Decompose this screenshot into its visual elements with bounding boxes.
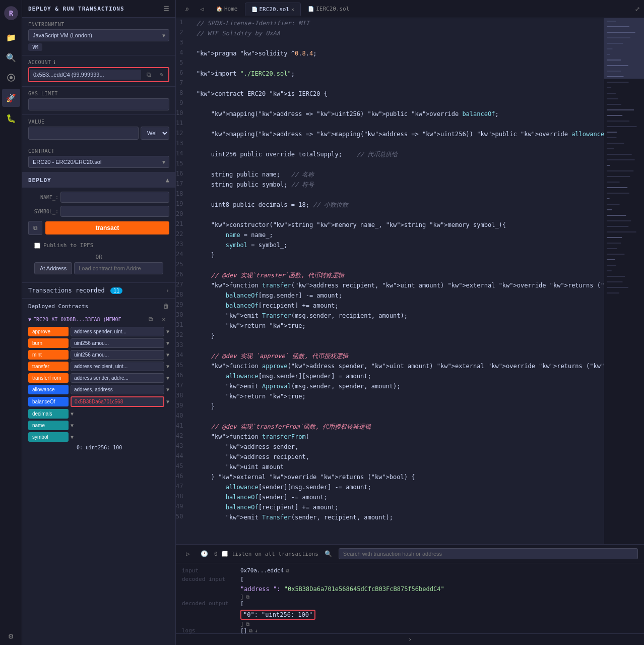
func-expand-icon[interactable]: ▼ <box>166 375 169 381</box>
contract-select[interactable]: ERC20 - ERC20/ERC20.sol <box>28 156 169 168</box>
func-button-name[interactable]: name <box>28 421 69 430</box>
value-input[interactable]: 0 <box>28 127 139 140</box>
func-expand-icon[interactable]: ▼ <box>166 364 169 369</box>
func-button-burn[interactable]: burn <box>28 338 69 348</box>
line-content: "kw">mapping("kw">address => "kw">mappin… <box>189 129 604 139</box>
func-button-allowance[interactable]: allowance <box>28 385 69 394</box>
func-expand-icon[interactable]: ▼ <box>166 387 169 392</box>
copy-decoded-output-icon[interactable]: ⧉ <box>246 621 249 627</box>
trash-icon[interactable]: 🗑 <box>163 303 169 310</box>
line-number: 50 <box>176 512 189 522</box>
tab-ierc20[interactable]: 📄 IERC20.sol <box>302 3 355 15</box>
copy-logs-icon[interactable]: ⧉ <box>249 628 252 634</box>
func-expand-icon[interactable]: ▼ <box>71 423 74 428</box>
line-number: 13 <box>176 139 189 149</box>
balance-output: 0: uint256: 100 <box>28 444 169 452</box>
line-number: 19 <box>176 200 189 210</box>
decoded-input-addr-key: "address ": <box>240 585 280 593</box>
func-button-approve[interactable]: approve <box>28 327 69 336</box>
deployed-label: Deployed Contracts <box>28 303 88 310</box>
func-param-input[interactable] <box>71 350 164 360</box>
deploy-header[interactable]: DEPLOY ▲ <box>22 172 175 188</box>
copy-decoded-input-icon[interactable]: ⧉ <box>246 594 249 600</box>
func-param-input[interactable] <box>71 327 164 336</box>
line-number: 10 <box>176 109 189 119</box>
sidebar-icon-source[interactable] <box>2 69 20 87</box>
code-line: 37 "kw">emit Approval(msg.sender, spende… <box>176 381 604 391</box>
bottom-search-input[interactable] <box>339 548 638 559</box>
func-expand-icon[interactable]: ▼ <box>71 411 74 417</box>
transact-button[interactable]: transact <box>45 221 169 234</box>
copy-input-icon[interactable]: ⧉ <box>286 568 289 574</box>
sidebar-icon-files[interactable]: 📁 <box>2 28 20 46</box>
gas-limit-input[interactable]: 3000000 <box>28 98 169 110</box>
decoded-input-close: ] ⧉ <box>182 594 638 600</box>
bottom-expand-handle[interactable]: › <box>176 633 644 645</box>
load-contract-input[interactable] <box>74 262 163 274</box>
func-button-symbol[interactable]: symbol <box>28 432 69 442</box>
code-line: 14 uint256 public override totalSupply; … <box>176 149 604 159</box>
code-line: 45 "kw">uint amount <box>176 462 604 472</box>
func-button-mint[interactable]: mint <box>28 350 69 360</box>
copy-account-button[interactable]: ⧉ <box>143 69 154 80</box>
code-line: 39 } <box>176 401 604 412</box>
line-content <box>189 210 604 220</box>
line-content <box>189 139 604 149</box>
func-param-input[interactable] <box>71 373 164 383</box>
bottom-expand-icon[interactable]: ▷ <box>182 548 194 560</box>
func-button-transferFrom[interactable]: transferFrom <box>28 373 69 383</box>
copy-contract-button[interactable]: ⧉ <box>145 314 156 325</box>
download-logs-icon[interactable]: ↓ <box>254 628 257 633</box>
bottom-search-icon[interactable]: 🔍 <box>323 548 335 560</box>
function-row: name ▼ <box>28 421 169 430</box>
code-line: 13 <box>176 139 604 149</box>
func-param-input[interactable] <box>71 385 164 394</box>
code-line: 25 <box>176 260 604 270</box>
edit-account-button[interactable]: ✎ <box>156 69 167 80</box>
at-address-button[interactable]: At Address <box>34 262 72 274</box>
bottom-clear-icon[interactable]: 🕐 <box>198 548 210 560</box>
func-expand-icon[interactable]: ▼ <box>71 434 74 440</box>
info-icon[interactable]: ℹ <box>53 60 55 65</box>
name-param-input[interactable]: "WTF" <box>60 192 169 203</box>
environment-select[interactable]: JavaScript VM (London) <box>28 29 169 41</box>
func-button-decimals[interactable]: decimals <box>28 409 69 419</box>
line-number: 24 <box>176 250 189 260</box>
external-link-icon[interactable]: ⤢ <box>635 6 640 13</box>
func-param-input[interactable] <box>71 362 164 371</box>
tab-home[interactable]: 🏠 Home <box>210 3 244 15</box>
func-expand-icon[interactable]: ▼ <box>166 340 169 346</box>
line-number: 23 <box>176 240 189 250</box>
publish-checkbox[interactable] <box>34 243 40 249</box>
tab-erc20[interactable]: 📄 ERC20.sol ✕ <box>245 3 301 16</box>
func-button-balanceOf[interactable]: balanceOf <box>28 397 69 406</box>
code-line: 42 "kw">function transferFrom( <box>176 432 604 442</box>
sidebar-icon-deploy[interactable]: 🚀 <box>2 89 20 107</box>
line-content: // @dev 实现`transfer`函数, 代币转账逻辑 <box>189 270 604 280</box>
panel-menu-icon[interactable]: ☰ <box>164 5 169 12</box>
decoded-output-bracket-open: [ <box>240 600 244 607</box>
func-button-transfer[interactable]: transfer <box>28 362 69 371</box>
code-editor[interactable]: 1 // SPDX-License-Identifier: MIT2 // WT… <box>176 18 604 544</box>
close-tab-erc20[interactable]: ✕ <box>291 7 294 12</box>
sidebar-icon-settings[interactable]: ⚙ <box>2 627 20 645</box>
sidebar-icon-search[interactable]: 🔍 <box>2 48 20 67</box>
func-param-input[interactable] <box>71 396 164 407</box>
copy-deploy-button[interactable]: ⧉ <box>28 221 42 235</box>
func-expand-icon[interactable]: ▼ <box>166 399 169 404</box>
expand-arrow-icon[interactable]: › <box>166 287 169 294</box>
tab-back-button[interactable]: ◁ <box>195 2 209 16</box>
func-expand-icon[interactable]: ▼ <box>166 352 169 358</box>
func-expand-icon[interactable]: ▼ <box>166 329 169 334</box>
line-number: 27 <box>176 280 189 290</box>
symbol-param-input[interactable]: "WTF" <box>60 206 169 217</box>
contract-expand-icon[interactable]: ▼ <box>28 317 31 322</box>
sidebar-icon-debug[interactable]: 🐛 <box>2 109 20 127</box>
close-contract-button[interactable]: ✕ <box>158 314 169 325</box>
unit-select[interactable]: Wei <box>141 127 169 140</box>
deploy-collapse-icon[interactable]: ▲ <box>166 177 169 184</box>
listen-checkbox[interactable] <box>222 551 228 557</box>
func-param-input[interactable] <box>71 338 164 348</box>
tab-search-button[interactable]: ⌕ <box>180 2 194 16</box>
account-select[interactable]: 0x5B3...eddC4 (99.999999... <box>30 70 141 80</box>
